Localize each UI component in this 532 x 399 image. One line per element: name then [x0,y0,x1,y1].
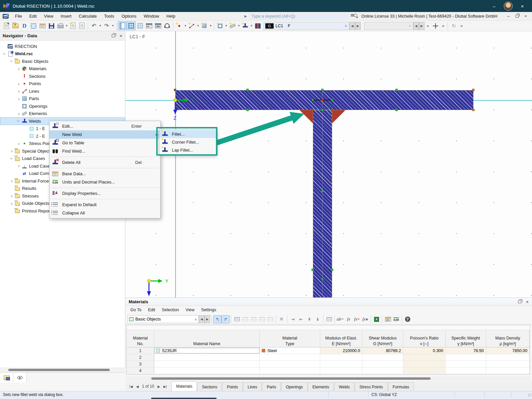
close-button[interactable]: × [517,2,527,10]
secondary-combo[interactable]: ∨ [364,22,413,30]
tab-stress-points[interactable]: Stress Points [355,382,388,391]
menu-edit[interactable]: Edit [26,12,40,20]
tab-openings[interactable]: Openings [281,382,307,391]
delete-row-button[interactable]: ⇤ [297,315,305,324]
table-delete-button[interactable] [258,315,266,324]
undo-button[interactable]: ↶ [89,21,98,30]
shear-modulus-cell[interactable]: 80769.2 [362,347,403,354]
context-menu-item-go-to-table[interactable]: Go to Table [50,139,160,147]
navigator-dock-icon[interactable] [112,34,115,37]
move-row-up-button[interactable]: ⇞ [305,315,314,324]
graphics-viewport[interactable]: LC1 - F Y Z Y Z [125,31,532,298]
new-opening-button[interactable] [215,21,224,30]
context-menu-item-delete-all[interactable]: ✕ Delete AllDel [50,158,160,167]
units-button[interactable]: 0,00 [392,315,400,324]
child-minimize-button[interactable]: – [505,13,512,20]
redo-button[interactable]: ↷ [102,21,111,30]
context-menu-item-edit[interactable]: Edit...Enter [50,122,160,130]
table-next-button[interactable]: ▶ [204,315,210,323]
cell[interactable] [320,367,362,374]
formula-view-button[interactable]: fx◉ [361,315,369,324]
print-button[interactable] [56,21,65,30]
search-collapse-icon[interactable]: ▶ [244,14,247,18]
menu-calculate[interactable]: Calculate [75,12,100,20]
tab-materials[interactable]: Materials [172,381,197,391]
model-3d-button[interactable] [29,21,38,30]
table-view-button[interactable] [325,315,333,324]
formula-delete-button[interactable]: fx✕ [353,315,361,324]
script-console-button[interactable]: >SC [154,21,163,30]
sync-selection-button[interactable]: ↰ [213,315,221,324]
tree-item-sections[interactable]: ISections [0,72,125,80]
secondary-next-button[interactable]: ▶ [419,22,425,30]
table-group-combo[interactable]: Basic Objects ∨ [127,315,199,323]
base-data-button[interactable] [38,21,47,30]
minimize-button[interactable]: – [489,2,499,10]
material-type-cell[interactable] [260,367,320,374]
material-name-cell[interactable] [154,367,260,374]
redo-dropdown[interactable]: ▼ [111,21,115,30]
cell[interactable] [362,361,403,367]
cell[interactable] [486,361,530,367]
section-web[interactable] [313,110,332,298]
new-line-button[interactable] [187,21,196,30]
child-restore-button[interactable] [513,13,521,20]
load-case-combo[interactable]: G LC1 F ∨ [264,22,349,30]
tables-toggle-button[interactable] [127,21,136,30]
context-menu-item-expand-default[interactable]: Expand to Default [50,200,160,209]
excel-export-button[interactable]: X [372,315,381,324]
new-element-dropdown[interactable]: ▼ [237,21,241,30]
tab-welds[interactable]: Welds [334,382,354,391]
new-part-dropdown[interactable]: ▼ [209,21,212,30]
navigator-toggle-button[interactable] [118,21,127,30]
toolbar-overflow-2[interactable]: » [440,23,446,28]
dlubal-button[interactable]: D [20,21,29,30]
material-type-cell[interactable] [260,361,320,367]
tree-item-weld-rsc[interactable]: Weld.rsc [0,50,125,58]
tree-item-lines[interactable]: Lines [0,87,125,95]
material-type-cell[interactable]: Steel [260,347,320,354]
pan-zoom-button[interactable] [431,21,440,30]
specific-weight-cell[interactable]: 78.50 [446,347,486,354]
cell[interactable] [486,354,530,360]
poissons-cell[interactable]: 0.300 [403,347,446,354]
cell[interactable] [362,367,403,374]
tree-item-points[interactable]: Points [0,80,125,88]
save-button[interactable] [47,21,56,30]
scrollbar-thumb[interactable] [8,369,110,371]
cell[interactable] [362,354,403,360]
materials-close-icon[interactable]: × [526,300,529,304]
tree-item-basic-objects[interactable]: Basic Objects [0,58,125,65]
table-add-button[interactable] [249,315,258,324]
menu-tools[interactable]: Tools [100,12,118,20]
material-name-cell[interactable] [154,361,260,367]
load-case-next-button[interactable]: ▶ [355,22,361,30]
new-point-dropdown[interactable]: ▼ [184,21,187,30]
new-weld-dropdown[interactable]: ▼ [250,21,253,30]
first-record-button[interactable] [129,384,133,389]
table-grid-button[interactable] [266,315,274,324]
open-file-button[interactable] [11,21,20,30]
help-button[interactable]: ? [403,315,412,324]
tab-elements[interactable]: Elements [308,382,334,391]
material-name-cell[interactable]: S235JR [154,347,260,354]
menu-window[interactable]: Window [140,12,163,20]
toolbar-overflow-1[interactable]: » [425,23,431,28]
undo-dropdown[interactable]: ▼ [98,21,102,30]
cell[interactable] [486,367,530,374]
rename-button[interactable]: ab= [336,315,344,324]
tree-item-rsection[interactable]: RSECTION [0,43,125,50]
new-model-button[interactable] [2,21,11,30]
table-connect-button[interactable] [241,315,249,324]
tab-lines[interactable]: Lines [243,382,262,391]
new-printout-report-button[interactable] [68,21,77,30]
tab-points[interactable]: Points [222,382,242,391]
load-case-prev-button[interactable]: ◀ [349,22,355,30]
new-line-dropdown[interactable]: ▼ [196,21,200,30]
support-button[interactable] [163,21,172,30]
last-record-button[interactable] [163,384,167,389]
section-display-button[interactable] [253,21,262,30]
context-menu-item-display-properties[interactable]: A Display Properties... [50,189,160,198]
materials-dock-icon[interactable] [518,300,521,303]
new-element-button[interactable] [228,21,237,30]
